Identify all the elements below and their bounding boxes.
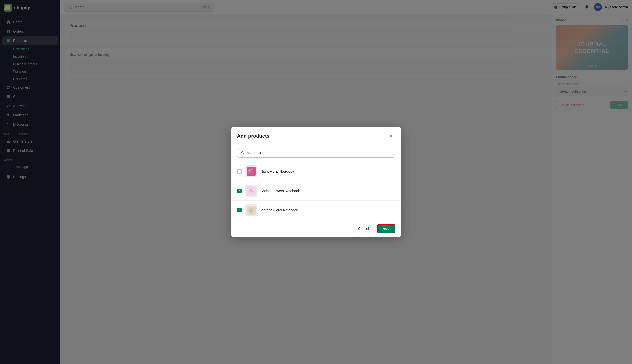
svg-point-23 — [249, 210, 251, 212]
thumb-spring-flowers — [245, 185, 257, 197]
svg-point-10 — [241, 151, 244, 154]
svg-point-24 — [252, 210, 253, 212]
svg-point-13 — [251, 168, 253, 170]
modal-footer: Cancel Add — [231, 220, 401, 237]
modal-close-button[interactable]: ✕ — [387, 132, 395, 140]
add-products-modal: Add products ✕ — [231, 127, 401, 237]
svg-point-14 — [250, 171, 253, 174]
thumb-vintage-floral — [245, 204, 257, 216]
product-name-spring-flowers: Spring Flowers Notebook — [261, 189, 300, 193]
svg-point-25 — [250, 211, 252, 213]
modal-title: Add products — [237, 133, 270, 139]
spring-flowers-image — [247, 186, 256, 195]
thumb-night-floral — [245, 165, 257, 177]
svg-point-19 — [252, 191, 253, 192]
product-item-spring-flowers[interactable]: Spring Flowers Notebook — [231, 181, 401, 201]
svg-point-15 — [248, 172, 249, 174]
modal-search-icon — [241, 151, 245, 155]
checkbox-night-floral[interactable] — [237, 169, 242, 174]
modal-search-area — [231, 144, 401, 162]
cancel-button[interactable]: Cancel — [353, 224, 374, 233]
vintage-floral-image — [247, 206, 256, 215]
add-button[interactable]: Add — [377, 224, 395, 233]
product-list: Night Floral Notebook Spring Flowers Not… — [231, 162, 401, 220]
product-name-vintage-floral: Vintage Floral Notebook — [261, 208, 298, 212]
svg-point-18 — [249, 190, 251, 192]
checkbox-vintage-floral[interactable] — [237, 208, 242, 212]
svg-point-20 — [250, 192, 252, 194]
product-search-input[interactable] — [247, 151, 391, 155]
modal-overlay[interactable]: Add products ✕ — [0, 0, 632, 364]
night-floral-image — [247, 167, 256, 176]
checkbox-spring-flowers[interactable] — [237, 189, 242, 193]
modal-search-wrapper — [237, 148, 395, 158]
product-item-night-floral[interactable]: Night Floral Notebook — [231, 162, 401, 181]
product-name-night-floral: Night Floral Notebook — [261, 169, 294, 173]
modal-header: Add products ✕ — [231, 127, 401, 144]
product-item-vintage-floral[interactable]: Vintage Floral Notebook — [231, 201, 401, 220]
